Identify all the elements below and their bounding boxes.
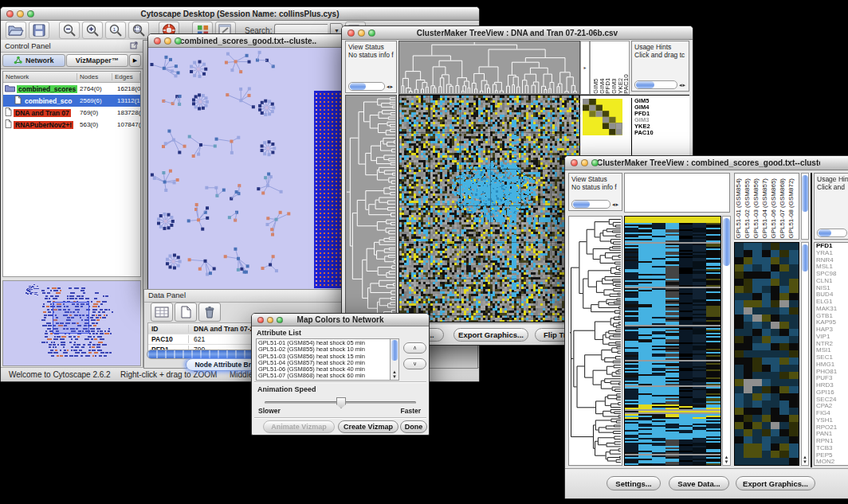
close-button[interactable] (154, 37, 161, 45)
column-label[interactable]: GPL51-02 (GSM855) (744, 178, 752, 239)
main-titlebar[interactable]: Cytoscape Desktop (Session Name: collins… (1, 7, 479, 21)
tab-network[interactable]: Network (2, 54, 65, 67)
row-dendrogram[interactable] (569, 217, 622, 465)
row-dendrogram[interactable] (346, 96, 396, 322)
move-down-button[interactable]: ∨ (403, 358, 426, 369)
tab-overflow-button[interactable]: ▶ (129, 54, 141, 67)
column-label[interactable]: GPL51-01 (GSM854) (735, 178, 744, 239)
zoom-button[interactable] (591, 159, 599, 166)
column-label[interactable]: GPL51-04 (GSM857) (761, 178, 770, 239)
usage-hints-scrollbar[interactable] (817, 229, 847, 237)
column-header-network[interactable]: Network (3, 73, 77, 80)
global-heatmap-panel[interactable] (624, 216, 721, 466)
attribute-list-scrollbar[interactable]: ▲▼ (390, 339, 398, 380)
network-list-row[interactable]: combined_sco2569(6)13112(15) (3, 95, 140, 107)
close-button[interactable] (257, 317, 264, 323)
zoom-heatmap-canvas[interactable] (735, 243, 799, 465)
row-dendrogram-panel[interactable] (568, 216, 622, 466)
scroll-arrows-icon[interactable]: ◂▸ (677, 81, 686, 89)
treeview1-titlebar[interactable]: ClusterMaker TreeView : DNA and Tran 07-… (342, 26, 693, 40)
minimize-button[interactable] (267, 317, 273, 323)
column-header-edges[interactable]: Edges (112, 73, 140, 80)
column-tree-area[interactable] (624, 173, 730, 213)
zoom-selected-icon[interactable]: 1 (105, 21, 126, 39)
float-panel-icon[interactable] (130, 41, 139, 51)
scroll-track[interactable] (817, 229, 847, 237)
column-label[interactable]: PFD1 (604, 78, 610, 94)
network-list-row[interactable]: DNA and Tran 07769(0)183728(0) (3, 107, 140, 119)
network-view-titlebar[interactable]: combined_scores_good.txt--cluste... (148, 34, 349, 48)
column-header-nodes[interactable]: Nodes (77, 73, 112, 80)
zoom-button[interactable] (368, 29, 375, 37)
new-attribute-icon[interactable] (175, 303, 197, 322)
close-button[interactable] (571, 159, 578, 166)
zoom-heatmap-panel[interactable] (734, 242, 799, 466)
delete-attribute-icon[interactable] (198, 303, 221, 322)
settings-button[interactable]: Settings... (607, 476, 661, 490)
export-graphics-button[interactable]: Export Graphics... (736, 476, 815, 490)
zoom-in-icon[interactable] (82, 21, 103, 39)
view-status-scrollbar[interactable]: ◂▸ (571, 200, 619, 209)
close-button[interactable] (6, 10, 14, 18)
zoom-matrix-canvas[interactable] (583, 99, 622, 135)
row-label[interactable]: PAC10 (634, 130, 654, 136)
row-dendrogram-panel[interactable] (345, 95, 397, 322)
zoom-button[interactable] (175, 37, 182, 45)
zoom-heatmap-scrollbar[interactable]: ▲▼ (801, 242, 809, 466)
save-icon[interactable] (29, 21, 49, 39)
attribute-list-item[interactable]: GPL51-07 (GSM868) heat shock 60 min (257, 373, 390, 379)
usage-hints-scrollbar[interactable]: ◂▸ (634, 80, 686, 89)
column-label[interactable]: PAC10 (622, 74, 629, 94)
animation-speed-slider[interactable] (265, 401, 416, 404)
zoom-button[interactable] (277, 317, 283, 323)
scroll-arrows-icon[interactable]: ◂▸ (385, 83, 394, 91)
minimize-button[interactable] (164, 37, 171, 45)
heatmap-panel[interactable] (398, 95, 580, 322)
column-label[interactable]: GPL51-07 (GSM868) (779, 178, 787, 239)
network-overview-panel[interactable] (2, 280, 141, 366)
column-dendrogram[interactable] (399, 41, 579, 94)
save-data-button[interactable]: Save Data... (669, 476, 729, 490)
minimize-button[interactable] (358, 29, 365, 37)
zoom-out-icon[interactable] (59, 21, 80, 39)
tab-vizmapper[interactable]: VizMapper™ (66, 54, 129, 67)
heatmap-canvas[interactable] (399, 96, 579, 322)
dialog-titlebar[interactable]: Map Colors to Network (252, 314, 429, 326)
network-list-row[interactable]: combined_scores2764(0)16218(0) (3, 83, 140, 95)
column-label[interactable]: GPL51-03 (GSM856) (752, 178, 761, 239)
scroll-track[interactable] (634, 80, 677, 89)
minimize-button[interactable] (17, 10, 24, 18)
move-up-button[interactable]: ∧ (403, 342, 426, 354)
attribute-table-icon[interactable] (151, 303, 173, 322)
column-header-id[interactable]: ID (148, 325, 189, 333)
animate-vizmap-button[interactable]: Animate Vizmap (263, 420, 335, 433)
create-vizmap-button[interactable]: Create Vizmap (338, 420, 398, 433)
treeview2-titlebar[interactable]: ClusterMaker TreeView : combined_scores_… (565, 156, 848, 170)
open-file-icon[interactable] (6, 21, 26, 39)
slider-thumb[interactable] (336, 397, 346, 408)
gene-label[interactable]: MON2 (815, 459, 848, 466)
column-label[interactable]: GPL51-06 (GSM865) (770, 178, 779, 239)
zoom-fit-icon[interactable] (128, 21, 149, 39)
scroll-arrows-icon[interactable]: ◂▸ (610, 201, 619, 209)
view-status-scrollbar[interactable]: ◂▸ (348, 82, 394, 91)
close-button[interactable] (347, 29, 355, 37)
global-heatmap-scrollbar[interactable]: ▲▼ (722, 216, 731, 466)
column-labels-scrollbar[interactable] (801, 173, 809, 240)
done-button[interactable]: Done (400, 420, 427, 433)
tree-gutter[interactable]: ▸ (580, 41, 590, 95)
column-label[interactable]: GIM3 (610, 78, 617, 94)
scroll-track[interactable] (571, 200, 610, 209)
network-overview-thumbnail[interactable] (3, 281, 139, 361)
column-dendrogram-panel[interactable] (398, 41, 580, 95)
column-label[interactable]: GPL51-08 (GSM872) (787, 178, 796, 239)
network-canvas[interactable] (148, 48, 347, 293)
export-graphics-button[interactable]: Export Graphics... (453, 328, 528, 342)
zoom-button[interactable] (27, 10, 34, 18)
minimize-button[interactable] (581, 159, 588, 166)
global-heatmap-canvas[interactable] (625, 217, 720, 465)
network-list: Network Nodes Edges combined_scores2764(… (2, 71, 141, 277)
network-list-row[interactable]: RNAPuberNov2+!563(0)107847(0) (3, 119, 140, 131)
column-label[interactable]: GIM5 (592, 78, 599, 94)
scroll-track[interactable] (348, 82, 385, 91)
